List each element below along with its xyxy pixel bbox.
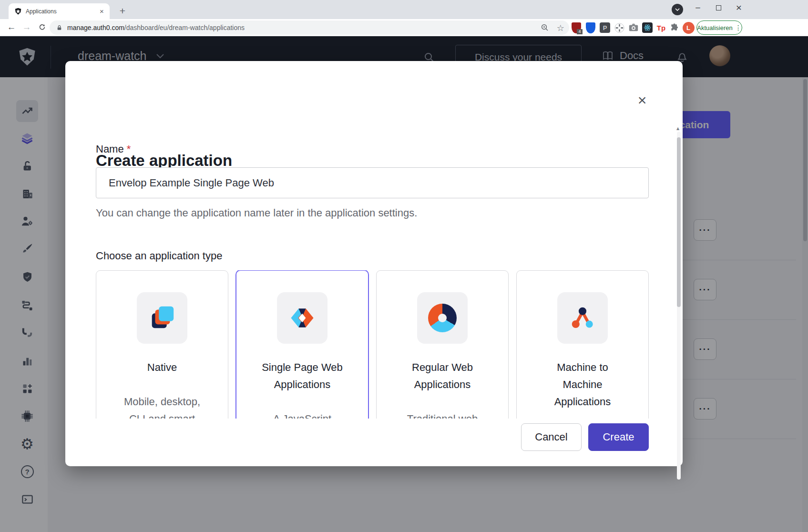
react-atom <box>642 22 653 33</box>
ublock-shield: 4 <box>572 22 581 33</box>
window-close-button[interactable]: × <box>731 1 747 14</box>
card-description: Mobile, desktop, CLI and smart <box>119 393 205 419</box>
update-label: Aktualisieren <box>697 24 732 31</box>
card-description: Traditional web <box>399 410 485 419</box>
spa-iconbox <box>277 292 327 344</box>
spa-icon <box>287 303 317 333</box>
m2m-icon <box>568 303 597 333</box>
auth0-favicon <box>14 8 22 15</box>
ublock-badge: 4 <box>577 29 583 34</box>
bitwarden-shield <box>586 22 595 33</box>
back-icon[interactable]: ← <box>5 20 18 34</box>
react-devtools-extension-icon[interactable] <box>641 21 654 34</box>
tampermonkey-extension-icon[interactable]: Tp <box>655 21 667 34</box>
menu-kebab-icon: ⋮ <box>735 24 742 31</box>
name-help-text: You can change the application name late… <box>96 207 417 219</box>
lock-icon <box>56 24 62 31</box>
modal-scroll-up-icon[interactable]: ▲ <box>676 127 679 131</box>
extensions-puzzle-icon[interactable] <box>668 21 681 34</box>
url-path: /dashboard/eu/dream-watch/applications <box>124 24 245 31</box>
donut-hole <box>438 314 447 322</box>
screen: Applications × + – × ← → manage.auth0.co… <box>0 0 808 532</box>
url-text: manage.auth0.com/dashboard/eu/dream-watc… <box>67 24 541 31</box>
chrome-update-button[interactable]: Aktualisieren ⋮ <box>696 20 742 35</box>
card-title: Single Page Web Applications <box>259 359 345 393</box>
bitwarden-extension-icon[interactable] <box>584 21 597 34</box>
card-title: Regular Web Applications <box>399 359 485 393</box>
card-machine-to-machine[interactable]: Machine to Machine Applications <box>516 270 649 419</box>
p-extension-icon[interactable]: P <box>599 21 611 34</box>
regular-web-icon <box>428 304 457 332</box>
card-regular-web[interactable]: Regular Web Applications Traditional web <box>376 270 509 419</box>
tab-search-icon[interactable] <box>672 4 683 15</box>
cancel-button[interactable]: Cancel <box>521 423 582 451</box>
native-iconbox <box>137 292 187 344</box>
ublock-extension-icon[interactable]: 4 <box>570 21 583 34</box>
camera-extension-icon[interactable] <box>627 21 640 34</box>
native-icon <box>147 303 177 333</box>
bookmark-star-icon[interactable]: ☆ <box>557 23 564 33</box>
application-type-label: Choose an application type <box>96 250 222 262</box>
card-title: Machine to Machine Applications <box>540 359 625 410</box>
window-minimize-button[interactable]: – <box>690 1 706 14</box>
tab-title: Applications <box>26 8 98 15</box>
browser-tab[interactable]: Applications × <box>9 3 110 19</box>
browser-tabstrip: Applications × + – × <box>0 0 808 19</box>
card-native[interactable]: Native Mobile, desktop, CLI and smart <box>96 270 228 419</box>
crosshair-extension-icon[interactable] <box>613 21 625 34</box>
card-single-page-web[interactable]: Single Page Web Applications A JavaScrip… <box>236 270 368 419</box>
name-label: Name* <box>96 143 131 155</box>
application-name-input[interactable] <box>96 167 649 198</box>
regular-web-iconbox <box>417 292 468 344</box>
tab-close-icon[interactable]: × <box>98 7 106 15</box>
address-bar[interactable]: manage.auth0.com/dashboard/eu/dream-watc… <box>50 20 569 35</box>
create-application-modal: Create application × Name* You can chang… <box>65 61 683 466</box>
modal-scrollbar-thumb[interactable] <box>677 137 681 307</box>
reload-icon[interactable] <box>35 20 49 34</box>
card-description: A JavaScript <box>259 410 345 419</box>
p-letter: P <box>600 22 610 33</box>
profile-initial: L <box>683 22 695 34</box>
browser-profile-avatar[interactable]: L <box>682 21 695 34</box>
name-label-text: Name <box>96 143 124 155</box>
maximize-icon <box>716 5 721 10</box>
application-type-cards: Native Mobile, desktop, CLI and smart Si… <box>96 270 649 419</box>
forward-icon[interactable]: → <box>20 20 33 34</box>
url-host: manage.auth0.com <box>67 24 124 31</box>
modal-close-button[interactable]: × <box>632 90 653 111</box>
m2m-iconbox <box>557 292 608 344</box>
zoom-icon[interactable] <box>541 23 549 32</box>
create-button[interactable]: Create <box>588 423 649 451</box>
new-tab-button[interactable]: + <box>116 5 129 17</box>
card-title: Native <box>119 359 205 376</box>
required-asterisk: * <box>127 143 131 155</box>
window-maximize-button[interactable] <box>710 1 726 14</box>
